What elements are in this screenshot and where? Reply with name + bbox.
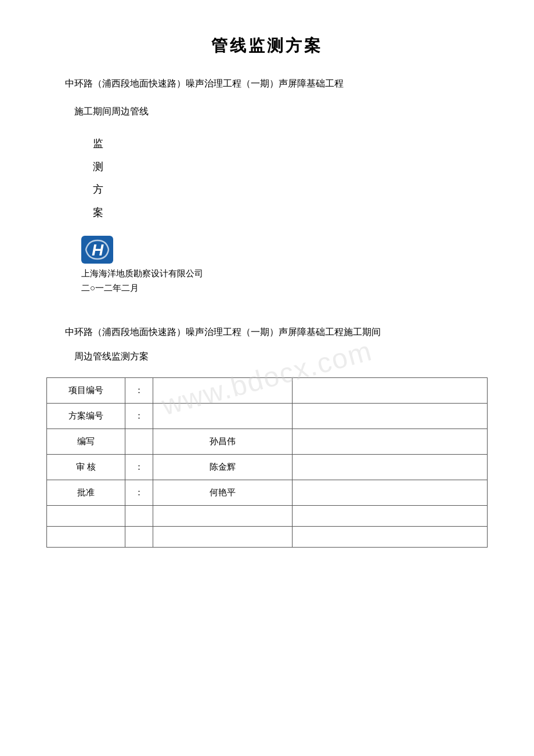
table-cell-extra [292, 429, 487, 455]
table-cell-empty [125, 506, 153, 527]
char-jian: 监 [93, 132, 488, 156]
table-cell-empty [292, 527, 487, 548]
table-cell-empty [153, 506, 293, 527]
document-page: www.bdocx.com 管线监测方案 中环路（浦西段地面快速路）噪声治理工程… [0, 0, 534, 756]
table-row: 审 核 ： 陈金辉 [47, 455, 488, 480]
table-cell-empty [153, 527, 293, 548]
table-cell-label: 审 核 [47, 455, 125, 480]
table-cell-label: 方案编号 [47, 404, 125, 429]
logo-section: H 上海海洋地质勘察设计有限公司 二○一二年二月 [81, 236, 488, 311]
table-cell-empty [125, 527, 153, 548]
table-cell-extra [292, 404, 487, 429]
table-cell-extra [292, 378, 487, 404]
table-cell-extra [292, 480, 487, 506]
table-cell-colon: ： [125, 404, 153, 429]
document-date: 二○一二年二月 [81, 283, 139, 294]
table-cell-extra [292, 455, 487, 480]
table-cell-label: 项目编号 [47, 378, 125, 404]
table-cell-colon: ： [125, 480, 153, 506]
table-cell-colon [125, 429, 153, 455]
char-ce: 测 [93, 156, 488, 179]
table-row: 批准 ： 何艳平 [47, 480, 488, 506]
table-row-empty [47, 506, 488, 527]
table-cell-colon: ： [125, 455, 153, 480]
table-row-empty [47, 527, 488, 548]
table-cell-colon: ： [125, 378, 153, 404]
table-row: 编写 孙昌伟 [47, 429, 488, 455]
vertical-chars-block: 监 测 方 案 [93, 132, 488, 224]
company-logo-icon: H [81, 236, 113, 264]
char-an: 案 [93, 201, 488, 225]
table-row: 项目编号 ： [47, 378, 488, 404]
table-cell-empty [292, 506, 487, 527]
char-fang: 方 [93, 178, 488, 201]
table-cell-label: 批准 [47, 480, 125, 506]
main-title: 管线监测方案 [46, 35, 488, 57]
info-table: 项目编号 ： 方案编号 ： 编写 孙昌伟 审 核 ： 陈金辉 [46, 377, 488, 548]
table-row: 方案编号 ： [47, 404, 488, 429]
table-cell-value [153, 378, 293, 404]
table-cell-label: 编写 [47, 429, 125, 455]
table-cell-empty [47, 527, 125, 548]
intro-paragraph-2: 施工期间周边管线 [46, 102, 488, 121]
sub-heading: 周边管线监测方案 [46, 347, 488, 366]
company-name: 上海海洋地质勘察设计有限公司 [81, 268, 203, 279]
table-cell-value: 何艳平 [153, 480, 293, 506]
second-intro-paragraph: 中环路（浦西段地面快速路）噪声治理工程（一期）声屏障基础工程施工期间 [46, 323, 488, 341]
table-cell-value [153, 404, 293, 429]
table-cell-value: 孙昌伟 [153, 429, 293, 455]
table-cell-value: 陈金辉 [153, 455, 293, 480]
table-cell-empty [47, 506, 125, 527]
svg-text:H: H [92, 241, 104, 259]
intro-paragraph-1: 中环路（浦西段地面快速路）噪声治理工程（一期）声屏障基础工程 [46, 74, 488, 93]
